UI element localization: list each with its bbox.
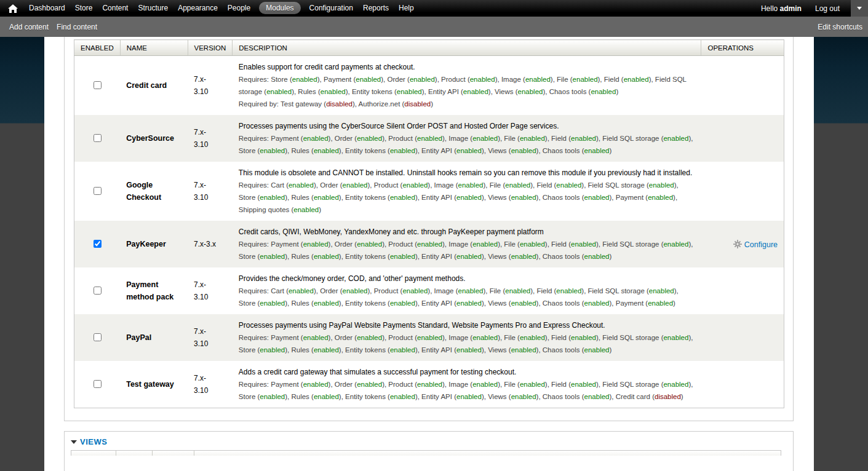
module-enabled-checkbox[interactable] (94, 380, 102, 388)
triangle-down-icon (71, 440, 77, 444)
shortcut-bar: Add contentFind content Edit shortcuts (0, 17, 868, 37)
shortcut-link[interactable]: Find content (57, 23, 97, 31)
modules-table-header-cell: VERSION (188, 40, 233, 56)
module-name: Test gateway (120, 361, 188, 408)
toolbar-menu-item[interactable]: Appearance (173, 0, 223, 17)
module-description-line: Requires: Cart (enabled), Order (enabled… (239, 179, 695, 216)
edit-shortcuts-link[interactable]: Edit shortcuts (818, 23, 862, 31)
module-version: 7.x-3.10 (188, 162, 233, 221)
toolbar-menu-item[interactable]: Help (394, 0, 419, 17)
logout-link[interactable]: Log out (815, 4, 840, 13)
toolbar-menu-item[interactable]: Reports (358, 0, 394, 17)
modules-table-header-cell: DESCRIPTION (233, 40, 701, 56)
toolbar-menu: Dashboard Store Content Structure Appear… (24, 0, 419, 17)
module-name: Credit card (120, 56, 188, 116)
module-version-text: 7.x-3.10 (194, 126, 216, 151)
module-version: 7.x-3.10 (188, 115, 233, 162)
module-description-line: Requires: Payment (enabled), Order (enab… (239, 238, 695, 263)
module-enabled-cell (74, 314, 121, 361)
module-description-line: This module is obsolete and CANNOT be in… (239, 167, 695, 179)
module-description-line: Enables support for credit card payments… (239, 61, 695, 73)
module-description: Credit cards, QIWI, WebMoney, YandexMone… (233, 221, 701, 267)
toolbar-menu-item-label: Dashboard (29, 4, 65, 12)
toolbar-right: Hello admin Log out (761, 0, 868, 17)
views-fieldset: VIEWS (64, 431, 794, 471)
views-stub-cell (152, 451, 194, 456)
toolbar-menu-item-label: Content (102, 4, 128, 12)
modules-table-body: Credit card 7.x-3.10 Enables support for… (74, 56, 784, 408)
module-description-line: Credit cards, QIWI, WebMoney, YandexMone… (239, 226, 695, 238)
username: admin (780, 4, 802, 13)
module-enabled-checkbox[interactable] (94, 81, 102, 89)
module-enabled-cell (74, 115, 121, 162)
views-fieldset-toggle[interactable]: VIEWS (71, 437, 793, 446)
module-row: CyberSource 7.x-3.10 Processes payments … (74, 115, 784, 162)
module-row: PayPal 7.x-3.10 Processes payments using… (74, 314, 784, 361)
module-row: Credit card 7.x-3.10 Enables support for… (74, 56, 784, 116)
gear-icon (733, 240, 742, 248)
module-description-line: Adds a credit card gateway that simulate… (239, 366, 695, 378)
greeting-text: Hello (761, 4, 778, 13)
shortcut-links: Add contentFind content (0, 23, 97, 31)
module-description: Processes payments using the CyberSource… (233, 115, 701, 162)
module-description: Processes payments using PayPal Website … (233, 314, 701, 361)
module-operations (701, 115, 784, 162)
module-description-line: Requires: Payment (enabled), Order (enab… (239, 132, 695, 157)
module-description-line: Requires: Store (enabled), Payment (enab… (239, 73, 695, 98)
module-enabled-checkbox[interactable] (94, 333, 102, 341)
module-description-line: Requires: Cart (enabled), Order (enabled… (239, 285, 695, 309)
module-version: 7.x-3.x (188, 221, 233, 267)
views-stub-cell (116, 451, 152, 456)
module-enabled-checkbox[interactable] (94, 134, 102, 142)
module-enabled-checkbox[interactable] (94, 187, 102, 195)
shortcut-link[interactable]: Add content (9, 23, 49, 31)
toolbar-menu-item[interactable]: People (223, 0, 255, 17)
module-version-text: 7.x-3.10 (194, 73, 216, 98)
module-description-line: Processes payments using the CyberSource… (239, 120, 695, 132)
toolbar-menu-item[interactable]: Configuration (305, 0, 358, 17)
module-description: This module is obsolete and CANNOT be in… (233, 162, 701, 221)
module-description-line: Required by: Test gateway (disabled), Au… (239, 98, 695, 110)
module-version: 7.x-3.10 (188, 267, 233, 314)
module-description-line: Processes payments using PayPal Website … (239, 319, 695, 331)
payment-modules-fieldset: ENABLEDNAMEVERSIONDESCRIPTIONOPERATIONS … (64, 31, 794, 421)
module-operations (701, 314, 784, 361)
modules-table-header-cell: OPERATIONS (701, 40, 784, 56)
module-version: 7.x-3.10 (188, 56, 233, 116)
views-table-header-stub (71, 450, 781, 456)
configure-operation: Configure (733, 239, 778, 249)
module-name: Google Checkout (120, 162, 188, 221)
module-description: Provides the check/money order, COD, and… (233, 267, 701, 314)
module-version-text: 7.x-3.10 (194, 372, 216, 397)
module-row: Test gateway 7.x-3.10 Adds a credit card… (74, 361, 784, 408)
toolbar-menu-item-label: Reports (363, 4, 389, 12)
module-description-line: Provides the check/money order, COD, and… (239, 272, 695, 285)
module-description-line: Requires: Payment (enabled), Order (enab… (239, 331, 695, 356)
views-fieldset-title: VIEWS (80, 437, 107, 446)
toolbar-menu-item[interactable]: Content (97, 0, 133, 17)
module-enabled-checkbox[interactable] (94, 240, 102, 248)
chevron-down-icon (857, 7, 862, 10)
module-name: CyberSource (120, 115, 188, 162)
module-version-text: 7.x-3.x (194, 238, 216, 250)
modules-table: ENABLEDNAMEVERSIONDESCRIPTIONOPERATIONS … (74, 39, 784, 408)
module-operations: Configure (701, 221, 784, 267)
toolbar-menu-item-label: Help (399, 4, 414, 12)
module-enabled-cell (74, 267, 121, 314)
toolbar-menu-item-label: Modules (259, 2, 300, 14)
toolbar-menu-item[interactable]: Modules (259, 0, 300, 17)
module-row: Google Checkout 7.x-3.10 This module is … (74, 162, 784, 221)
toolbar-menu-item-label: Store (75, 4, 93, 12)
module-operations (701, 267, 784, 314)
modules-table-header-cell: NAME (120, 40, 188, 56)
toolbar-menu-item[interactable]: Structure (133, 0, 173, 17)
toolbar-toggle-button[interactable] (851, 0, 868, 17)
toolbar-menu-item[interactable]: Dashboard (24, 0, 70, 17)
admin-toolbar: Dashboard Store Content Structure Appear… (0, 0, 868, 17)
module-description-line: Requires: Payment (enabled), Order (enab… (239, 378, 695, 403)
module-description: Adds a credit card gateway that simulate… (233, 361, 701, 408)
module-enabled-checkbox[interactable] (94, 287, 102, 295)
home-icon[interactable] (8, 4, 18, 13)
toolbar-menu-item[interactable]: Store (70, 0, 98, 17)
configure-link[interactable]: Configure (744, 240, 778, 249)
